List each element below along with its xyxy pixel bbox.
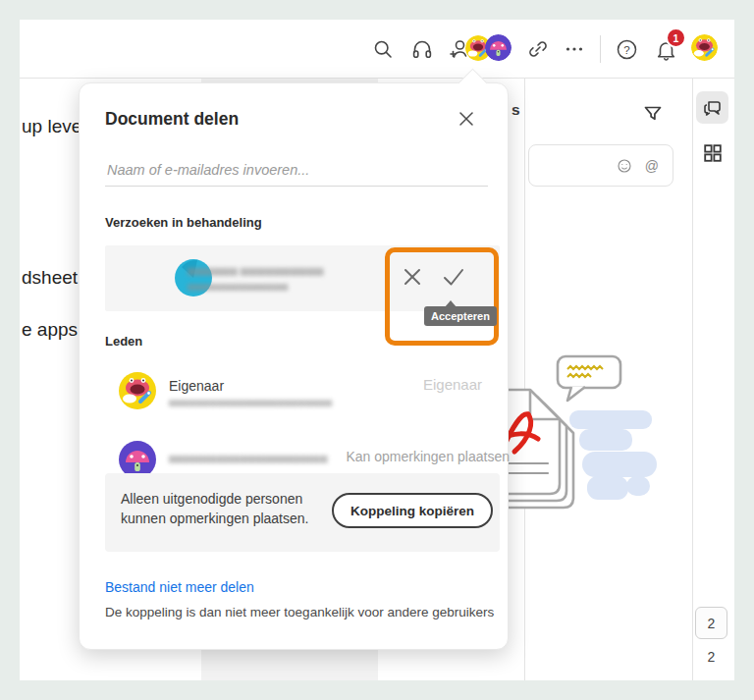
members-section-label: Leden xyxy=(105,334,142,349)
toolbar-divider xyxy=(600,35,601,63)
svg-text:?: ? xyxy=(623,43,629,55)
comments-empty-illustration xyxy=(481,344,697,560)
unshare-note: De koppeling is dan niet meer toegankeli… xyxy=(105,605,494,619)
decline-request-button[interactable] xyxy=(398,262,427,292)
current-page-indicator[interactable]: 2 xyxy=(695,607,727,639)
emoji-icon[interactable] xyxy=(618,159,631,173)
copy-link-button[interactable]: Koppeling kopiëren xyxy=(332,493,493,528)
share-dialog: Document delen Verzoeken in behandeling … xyxy=(79,82,509,650)
owner-role-label: Eigenaar xyxy=(345,376,482,393)
help-icon[interactable]: ? xyxy=(615,37,638,61)
document-text-fragment: dsheet xyxy=(22,267,78,289)
mention-icon[interactable]: @ xyxy=(645,158,659,174)
read-aloud-icon[interactable] xyxy=(410,37,434,61)
member-row-owner: Eigenaar ▅▅▅▅▅▅▅▅▅▅▅▅▅▅▅▅▅▅▅▅▅▅▅▅ Eigena… xyxy=(105,364,500,421)
sharing-note-line1: Alleen uitgenodigde personen xyxy=(121,489,308,509)
document-text-fragment: e apps. xyxy=(22,319,82,341)
comments-panel-heading-fragment: s xyxy=(512,101,520,119)
sharing-settings-box: Alleen uitgenodigde personen kunnen opme… xyxy=(105,473,500,552)
unshare-link[interactable]: Bestand niet meer delen xyxy=(105,579,254,595)
commenter-role-label: Kan opmerkingen plaatsen xyxy=(305,449,510,464)
pending-section-label: Verzoeken in behandeling xyxy=(105,215,262,230)
thumbnails-tool-button[interactable] xyxy=(696,136,728,169)
document-text-fragment: up level xyxy=(22,116,86,137)
owner-email-redacted: ▅▅▅▅▅▅▅▅▅▅▅▅▅▅▅▅▅▅▅▅▅▅▅▅ xyxy=(169,397,332,406)
sharing-note: Alleen uitgenodigde personen kunnen opme… xyxy=(121,489,308,528)
commenter-name-redacted: ▅▅▅▅▅▅▅▅▅▅▅▅▅▅▅▅▅▅▅▅ xyxy=(169,451,328,462)
owner-name: Eigenaar xyxy=(169,378,224,394)
close-icon[interactable] xyxy=(455,107,478,131)
filter-icon[interactable] xyxy=(641,102,665,126)
owner-avatar xyxy=(119,372,156,409)
link-icon[interactable] xyxy=(526,37,550,61)
dialog-title: Document delen xyxy=(105,109,239,130)
more-options-icon[interactable] xyxy=(563,37,586,61)
search-icon[interactable] xyxy=(371,37,395,61)
invite-email-input[interactable] xyxy=(105,154,488,187)
screenshot-root: { "colors": { "frame_bg": "#e7edea", "ac… xyxy=(0,0,754,700)
total-pages-label: 2 xyxy=(695,649,727,665)
user-avatar[interactable] xyxy=(691,34,718,61)
accept-tooltip: Accepteren xyxy=(424,306,497,326)
collaborator-avatar-purple[interactable] xyxy=(485,34,512,61)
comments-tool-button[interactable] xyxy=(696,91,728,124)
pending-user-name-redacted: ▅▅▅▅▅▅ ▅▅▅▅▅▅▅▅▅▅ xyxy=(188,263,323,276)
notification-count-badge: 1 xyxy=(666,27,686,48)
accept-request-button[interactable] xyxy=(439,262,468,292)
app-window: ? 1 up level dsheet e apps. s @ xyxy=(20,20,734,680)
pending-user-email-redacted: ▅▅▅▅▅▅▅▅▅▅▅▅▅▅ xyxy=(188,280,288,291)
comment-composer[interactable]: @ xyxy=(528,144,673,187)
sharing-note-line2: kunnen opmerkingen plaatsen. xyxy=(121,509,308,528)
top-toolbar: ? 1 xyxy=(20,20,734,79)
